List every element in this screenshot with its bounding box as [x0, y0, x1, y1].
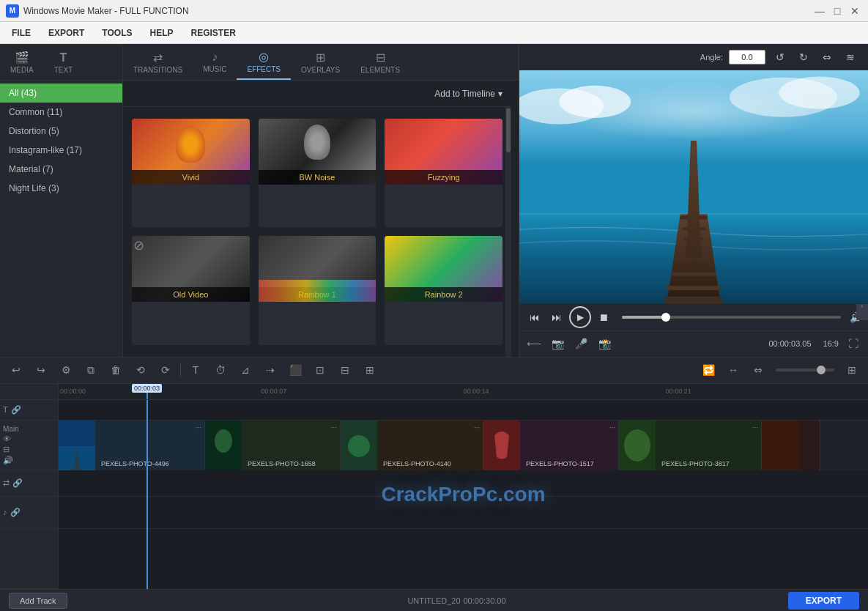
- mask-button[interactable]: ⊟: [335, 360, 355, 380]
- redo-button[interactable]: ↪: [31, 360, 51, 380]
- reverse-button[interactable]: ⟳: [155, 360, 176, 380]
- loop-button[interactable]: 🔁: [698, 360, 719, 380]
- progress-handle[interactable]: [661, 313, 670, 322]
- copy-button[interactable]: ⧉: [81, 360, 101, 380]
- text-tool-button[interactable]: T: [185, 360, 206, 380]
- menu-export[interactable]: EXPORT: [40, 25, 93, 41]
- stop-button[interactable]: ⏹: [594, 308, 613, 327]
- timeline-tracks: T 🔗 Main 👁 ⊟ 🔊 ⇄ 🔗: [0, 400, 868, 589]
- clip-2[interactable]: PEXELS-PHOTO-1658 ···: [205, 421, 341, 470]
- clip-5[interactable]: PEXELS-PHOTO-3817 ···: [619, 421, 762, 470]
- clip-4[interactable]: PEXELS-PHOTO-1517 ···: [483, 421, 619, 470]
- effect-oldvideo[interactable]: Old Video: [132, 236, 250, 344]
- category-material[interactable]: Material (7): [0, 160, 122, 179]
- category-all[interactable]: All (43): [0, 84, 122, 103]
- expand-button[interactable]: ↔: [723, 360, 743, 380]
- camera-back-button[interactable]: ⟵: [525, 335, 543, 352]
- snapshot-button[interactable]: 📸: [596, 335, 613, 352]
- category-distortion[interactable]: Distortion (5): [0, 122, 122, 141]
- zoom-handle[interactable]: [817, 366, 826, 374]
- tab-elements[interactable]: ⊟ ELEMENTS: [350, 44, 410, 80]
- main-track-row: PEXELS-PHOTO-4496 ··· PEXELS-PHOTO-1658 …: [59, 421, 868, 470]
- undo-button[interactable]: ↩: [6, 360, 26, 380]
- tab-music[interactable]: ♪ MUSIC: [193, 44, 237, 80]
- clip-3-info: PEXELS-PHOTO-4140: [383, 460, 451, 467]
- audio-button[interactable]: ≋: [842, 48, 859, 66]
- tab-overlays[interactable]: ⊞ OVERLAYS: [291, 44, 350, 80]
- main-track-eye-icon[interactable]: 👁: [3, 434, 19, 443]
- main-track-lock-icon[interactable]: ⊟: [3, 445, 19, 454]
- collapse-track-button[interactable]: ⇔: [748, 360, 768, 380]
- svg-point-3: [730, 78, 837, 117]
- play-button[interactable]: ▶: [569, 306, 591, 328]
- effect-bwnoise[interactable]: BW Noise: [259, 119, 376, 227]
- flip-button[interactable]: ⇔: [818, 48, 836, 66]
- angle-label: Angle:: [700, 53, 723, 62]
- fit-button[interactable]: ⊞: [842, 360, 862, 380]
- clip-4-menu[interactable]: ···: [609, 423, 615, 432]
- music-track-icon: ♪: [3, 508, 7, 516]
- svg-point-4: [779, 77, 859, 109]
- grid-button[interactable]: ⊞: [360, 360, 380, 380]
- effect-vivid-label: Vivid: [132, 170, 250, 185]
- title-bar-left: M Windows Movie Maker - FULL FUNCTION: [6, 4, 189, 18]
- split-button[interactable]: ⊿: [235, 360, 256, 380]
- clip-6[interactable]: [762, 421, 820, 470]
- skip-forward-button[interactable]: ⏭: [547, 308, 566, 327]
- clip-1[interactable]: PEXELS-PHOTO-4496 ···: [59, 421, 205, 470]
- clip-2-info: PEXELS-PHOTO-1658: [248, 460, 316, 467]
- clip-3-menu[interactable]: ···: [474, 423, 480, 432]
- settings-button[interactable]: ⚙: [56, 360, 76, 380]
- effect-rainbow1[interactable]: Rainbow 1: [259, 236, 376, 344]
- dropdown-icon: ▾: [498, 89, 502, 99]
- tab-transitions[interactable]: ⇄ TRANSITIONS: [123, 44, 193, 80]
- category-common[interactable]: Common (11): [0, 103, 122, 122]
- motion-button[interactable]: ⇢: [260, 360, 281, 380]
- rotate-ccw-button[interactable]: ↺: [771, 48, 789, 66]
- minimize-button[interactable]: —: [812, 4, 827, 18]
- camera-button[interactable]: 📷: [549, 335, 566, 352]
- effect-fuzzying[interactable]: Fuzzying: [385, 119, 502, 227]
- menu-file[interactable]: FILE: [3, 25, 40, 41]
- shape-button[interactable]: ⬛: [285, 360, 305, 380]
- add-track-button[interactable]: Add Track: [9, 593, 67, 609]
- clip-2-menu[interactable]: ···: [331, 423, 337, 432]
- video-preview: [519, 70, 868, 304]
- menu-register[interactable]: REGISTER: [182, 25, 244, 41]
- progress-bar[interactable]: [622, 316, 841, 319]
- add-to-timeline-button[interactable]: Add to Timeline ▾: [434, 89, 502, 99]
- angle-input[interactable]: 0.0: [729, 50, 765, 64]
- tab-text[interactable]: T TEXT: [44, 45, 84, 80]
- ruler-mark-2: 00:00:14: [464, 388, 489, 395]
- menu-help[interactable]: HELP: [141, 25, 182, 41]
- zoom-slider[interactable]: [776, 369, 834, 371]
- rotate-cw-button[interactable]: ↻: [795, 48, 812, 66]
- mic-button[interactable]: 🎤: [572, 335, 590, 352]
- clip-5-info: PEXELS-PHOTO-3817: [661, 460, 730, 467]
- skip-back-button[interactable]: ⏮: [525, 308, 544, 327]
- fullscreen-button[interactable]: ⛶: [845, 335, 862, 352]
- crop-button[interactable]: ⊡: [310, 360, 330, 380]
- effects-scrollbar[interactable]: [505, 107, 511, 357]
- music-track-link-icon: 🔗: [10, 508, 21, 517]
- clip-3[interactable]: PEXELS-PHOTO-4140 ···: [341, 421, 483, 470]
- category-nightlife[interactable]: Night Life (3): [0, 179, 122, 198]
- effect-vivid[interactable]: Vivid: [132, 119, 250, 227]
- cursor-in-ruler: 00:00:03: [146, 384, 148, 399]
- detach-button[interactable]: ⟲: [130, 360, 151, 380]
- maximize-button[interactable]: □: [830, 4, 845, 18]
- time-button[interactable]: ⏱: [210, 360, 231, 380]
- clip-6-thumb: [762, 421, 798, 470]
- clip-5-menu[interactable]: ···: [752, 423, 758, 432]
- delete-button[interactable]: 🗑: [105, 360, 126, 380]
- clip-1-menu[interactable]: ···: [196, 423, 201, 432]
- tab-media[interactable]: 🎬 MEDIA: [0, 45, 44, 80]
- category-instagram[interactable]: Instagram-like (17): [0, 141, 122, 160]
- close-button[interactable]: ✕: [847, 4, 862, 18]
- tab-effects[interactable]: ◎ EFFECTS: [237, 44, 291, 80]
- export-button[interactable]: EXPORT: [788, 592, 859, 610]
- track-header: [0, 384, 59, 400]
- scroll-thumb[interactable]: [506, 108, 511, 152]
- effect-rainbow2[interactable]: Rainbow 2: [385, 236, 502, 344]
- menu-tools[interactable]: TOOLS: [93, 25, 141, 41]
